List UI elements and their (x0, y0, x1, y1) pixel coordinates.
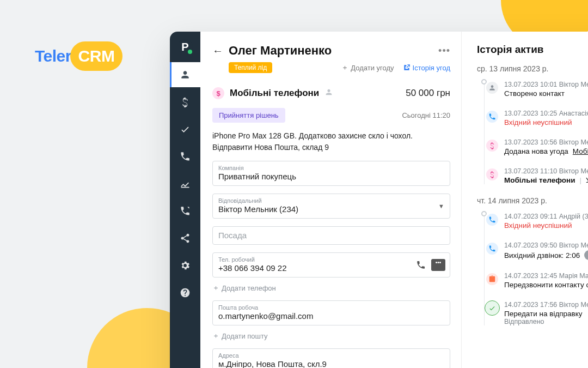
sidebar-item-share[interactable] (170, 226, 200, 251)
event-text: Мобільні телефони|Угода пе (504, 176, 588, 184)
call-blue-icon (485, 109, 500, 124)
app-logo[interactable]: P (177, 39, 193, 55)
sidebar-item-calls[interactable] (170, 144, 200, 169)
deal-history-link[interactable]: Історія угод (403, 64, 450, 72)
sidebar-item-help[interactable] (170, 280, 200, 305)
event-text: Передати на відправку (504, 310, 588, 318)
activity-event[interactable]: 14.07.2023 17:56 Віктор МельнПередати на… (485, 301, 588, 325)
sidebar-item-analytics[interactable] (170, 171, 200, 196)
deal-title[interactable]: Мобільні телефони (230, 88, 319, 99)
company-field[interactable]: Компанія Приватний покупець (212, 161, 450, 186)
owner-select[interactable]: Відповідальний Віктор Мельник (234) ▼ (212, 194, 450, 219)
address-field[interactable]: Адреса м.Дніпро, Нова Пошта, скл.9 (212, 348, 450, 368)
activity-event[interactable]: 13.07.2023 10:25 Анастасія (33Вхідний не… (485, 110, 588, 126)
activity-title: Історія актив (477, 44, 588, 56)
plus-icon: ＋ (212, 331, 219, 341)
day-label: ср. 13 липня 2023 р. (477, 64, 588, 73)
event-meta: 13.07.2023 10:25 Анастасія (33 (504, 110, 588, 117)
event-sub: Відправлено (504, 318, 588, 325)
event-meta: 14.07.2023 12:45 Марія Малиш (504, 272, 588, 280)
task-red-icon (485, 272, 500, 287)
deal-amount: 50 000 грн (406, 88, 450, 99)
plus-icon: ＋ (212, 283, 219, 293)
app-window: P ← Олег Мартиненко (170, 32, 588, 368)
add-email-button[interactable]: ＋Додати пошту (212, 331, 450, 341)
position-field[interactable]: Посада (212, 226, 450, 245)
sidebar-item-deals[interactable] (170, 89, 200, 114)
contact-name: Олег Мартиненко (229, 44, 433, 58)
activity-event[interactable]: 14.07.2023 12:45 Марія МалишПередзвонити… (485, 272, 588, 289)
work-email-field[interactable]: Пошта робоча o.martynenko@gmail.com (212, 300, 450, 325)
field-label: Пошта робоча (218, 304, 444, 311)
sidebar-item-tasks[interactable] (170, 117, 200, 142)
lead-tag[interactable]: Теплий лід (229, 62, 272, 73)
activity-event[interactable]: 13.07.2023 10:56 Віктор МельнДодана нова… (485, 138, 588, 155)
field-label: Адреса (218, 352, 444, 359)
sidebar-item-callback[interactable] (170, 198, 200, 224)
activity-event[interactable]: 14.07.2023 09:50 Віктор МельнВихідний дз… (485, 242, 588, 260)
field-label: Тел. робочий (218, 256, 444, 263)
event-meta: 14.07.2023 17:56 Віктор Мельн (504, 301, 588, 309)
call-icon[interactable] (415, 259, 427, 271)
more-menu-icon[interactable]: ••• (438, 45, 450, 57)
event-meta: 13.07.2023 10:01 Віктор Мельн (504, 81, 588, 88)
add-deal-button[interactable]: ＋Додати угоду (341, 63, 394, 73)
event-text: Додана нова угода Мобільні те (504, 147, 588, 155)
plus-icon: ＋ (341, 63, 348, 73)
event-text: Створено контакт (504, 89, 588, 98)
field-value: м.Дніпро, Нова Пошта, скл.9 (218, 359, 444, 368)
contact-panel: ← Олег Мартиненко ••• Теплий лід ＋Додати… (200, 32, 462, 368)
external-link-icon (403, 64, 411, 71)
assignee-icon (324, 88, 333, 99)
field-label: Компанія (218, 165, 444, 171)
field-value: Приватний покупець (218, 172, 444, 181)
day-label: чт. 14 липня 2023 р. (477, 196, 588, 205)
sidebar-item-contacts[interactable] (170, 62, 200, 87)
add-phone-button[interactable]: ＋Додати телефон (212, 283, 450, 293)
field-placeholder: Посада (218, 231, 444, 240)
field-value: Віктор Мельник (234) (218, 204, 444, 214)
field-value: o.martynenko@gmail.com (218, 311, 444, 321)
nav-sidebar: P (170, 32, 200, 368)
sidebar-item-settings[interactable] (170, 253, 200, 278)
sms-icon[interactable] (431, 259, 445, 271)
work-phone-field[interactable]: Тел. робочий +38 066 394 09 22 (212, 252, 450, 277)
activity-event[interactable]: 14.07.2023 09:11 Андрій (335)Вхідний неу… (485, 213, 588, 230)
activity-event[interactable]: 13.07.2023 11:10 Віктор МельнМобільні те… (485, 167, 588, 184)
call-blue-icon (485, 212, 500, 227)
back-arrow-icon[interactable]: ← (212, 45, 223, 57)
play-icon[interactable] (584, 250, 588, 260)
activity-panel: Історія актив ср. 13 липня 2023 р.13.07.… (462, 32, 588, 368)
deal-stage-pill[interactable]: Прийняття рішень (212, 108, 285, 123)
event-meta: 13.07.2023 11:10 Віктор Мельн (504, 167, 588, 175)
person-icon (485, 80, 500, 95)
field-value: +38 066 394 09 22 (218, 263, 444, 273)
activity-event[interactable]: 13.07.2023 10:01 Віктор МельнСтворено ко… (485, 81, 588, 98)
event-meta: 14.07.2023 09:50 Віктор Мельн (504, 242, 588, 249)
event-meta: 14.07.2023 09:11 Андрій (335) (504, 213, 588, 220)
deal-stage-time: Сьогодні 11:20 (402, 111, 450, 119)
currency-icon: $ (212, 87, 224, 99)
call-blue-icon (485, 241, 500, 256)
event-text: Вхідний неуспішний (504, 221, 588, 230)
event-text: Вхідний неуспішний (504, 118, 588, 126)
deal-pink-icon (485, 167, 500, 182)
event-text: Вихідний дзвінок: 2:06 (504, 250, 588, 260)
event-meta: 13.07.2023 10:56 Віктор Мельн (504, 138, 588, 146)
brand-logo: TelerCRM (35, 41, 122, 71)
chevron-down-icon: ▼ (438, 203, 444, 209)
deal-pink-icon (485, 138, 500, 153)
field-label: Відповідальний (218, 197, 444, 204)
deal-note: iPhone Pro Max 128 GB. Додатково захисне… (212, 130, 450, 153)
ok-icon (485, 300, 500, 316)
event-text: Передзвонити контакту о 16:0 (504, 281, 588, 289)
